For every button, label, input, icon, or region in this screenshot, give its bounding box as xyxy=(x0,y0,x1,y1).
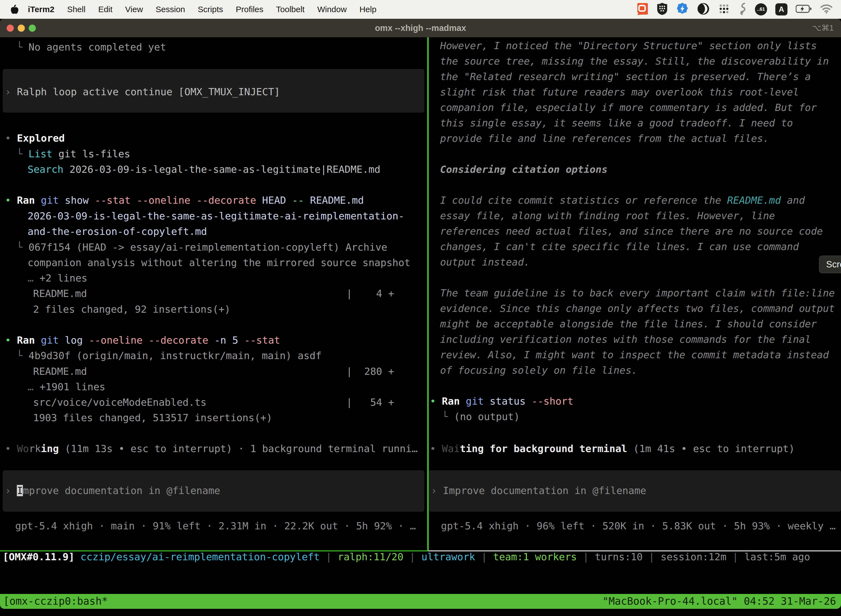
guideline-line-2: evidence. Since this change only affects… xyxy=(440,301,835,316)
text-segment[interactable]: › xyxy=(5,485,17,496)
guideline-line-1: The team guideline is to back every impo… xyxy=(440,286,835,300)
text-segment: • xyxy=(5,132,17,144)
menu-item-iterm2[interactable]: iTerm2 xyxy=(22,5,61,14)
text-segment: Ran xyxy=(17,195,35,206)
menu-item-edit[interactable]: Edit xyxy=(92,5,119,14)
reasoning-line-7: provide file and line references from th… xyxy=(440,131,769,146)
wifi-icon[interactable] xyxy=(820,4,833,15)
text-segment: git xyxy=(41,195,59,206)
text-segment: • xyxy=(430,443,442,454)
text-segment: -- xyxy=(292,195,304,206)
input-source-icon[interactable]: A xyxy=(775,3,787,15)
menu-item-window[interactable]: Window xyxy=(311,5,353,14)
text-segment: last:5m ago xyxy=(744,551,810,562)
diffstat-summary-line-2: 1903 files changed, 513517 insertions(+) xyxy=(33,411,273,425)
battery-icon[interactable] xyxy=(796,5,812,14)
screen-notification-tooltip[interactable]: Scre xyxy=(819,255,841,273)
model-status-left: gpt-5.4 xhigh · main · 91% left · 2.31M … xyxy=(15,519,416,533)
text-segment: gpt-5.4 xhigh · main · 91% left · 2.31M … xyxy=(15,520,416,532)
reasoning-line-1: However, I noticed the "Directory Struct… xyxy=(440,39,817,53)
kaleidoscope-icon[interactable] xyxy=(697,3,710,16)
text-segment: No agents completed yet xyxy=(28,41,166,53)
text-segment: … xyxy=(28,273,40,284)
text-segment xyxy=(143,334,149,346)
text-segment: +2 lines xyxy=(40,273,87,284)
text-segment: turns:10 xyxy=(595,551,643,562)
text-segment: • xyxy=(5,195,17,206)
menu-item-toolbelt[interactable]: Toolbelt xyxy=(270,5,311,14)
guideline-line-4: including verification notes with those … xyxy=(440,332,811,347)
text-segment: README.md xyxy=(33,288,87,299)
text-segment: status xyxy=(484,396,532,407)
text-segment[interactable]: I xyxy=(17,485,23,496)
tmux-status-bar: [omx-cczip0:bash* "MacBook-Pro-44.local"… xyxy=(0,594,841,609)
text-segment xyxy=(190,195,196,206)
text-segment: (1m 41s • esc to interrupt) xyxy=(633,443,795,454)
squiggle-icon[interactable] xyxy=(738,3,747,16)
text-segment: and-the-erosion-of-copyleft.md xyxy=(28,226,207,237)
text-segment: • xyxy=(5,443,17,454)
reasoning-line-6: this single essay, it seems like a good … xyxy=(440,116,793,130)
ralph-loop-injected-prompt[interactable]: › Ralph loop active continue [OMX_TMUX_I… xyxy=(5,85,280,99)
text-segment[interactable]: mprove documentation in @filename xyxy=(23,485,220,496)
menu-item-help[interactable]: Help xyxy=(353,5,383,14)
text-segment: companion analysis without altering the … xyxy=(28,257,410,268)
text-segment: README.md xyxy=(727,195,781,206)
text-segment: cczip/essay/ai-reimplementation-copyleft xyxy=(81,551,320,562)
text-segment: git xyxy=(466,396,484,407)
text-segment xyxy=(460,396,466,407)
menu-status-icons: ..61 A xyxy=(636,3,841,16)
text-segment: the "Related research writing" section i… xyxy=(440,71,811,82)
text-segment: [OMX#0.11.9] xyxy=(3,551,75,562)
omx-status-line: [OMX#0.11.9] cczip/essay/ai-reimplementa… xyxy=(3,550,810,564)
guideline-line-5: review. Also, I might want to inspect th… xyxy=(440,348,829,362)
text-segment: +1901 lines xyxy=(40,381,105,392)
menu-item-view[interactable]: View xyxy=(119,5,149,14)
text-segment: and xyxy=(781,195,805,206)
diffstat-voice-file-line: src/voice/voiceModeEnabled.ts xyxy=(33,395,207,409)
citation-line-5: output instead. xyxy=(440,255,530,269)
reasoning-line-5: companion file, especially if more comme… xyxy=(440,100,817,115)
text-segment: List xyxy=(28,148,53,160)
guideline-line-3: might be acceptable alongside the file l… xyxy=(440,317,817,331)
text-segment: Search xyxy=(28,164,63,175)
blue-badge-icon[interactable] xyxy=(676,3,689,16)
menu-item-scripts[interactable]: Scripts xyxy=(192,5,230,14)
text-segment: The team guideline is to back every impo… xyxy=(440,287,835,299)
text-segment: --oneline xyxy=(136,195,190,206)
shield-grid-icon[interactable] xyxy=(657,3,668,16)
text-segment: might be acceptable alongside the file l… xyxy=(440,318,817,330)
waiting-status-line: • Waiting for background terminal (1m 41… xyxy=(430,441,795,456)
countdown-badge-icon[interactable]: ..61 xyxy=(755,3,767,15)
text-segment: └ xyxy=(442,411,454,422)
menu-item-profiles[interactable]: Profiles xyxy=(229,5,270,14)
menu-item-shell[interactable]: Shell xyxy=(61,5,92,14)
chat-icon[interactable] xyxy=(636,3,648,16)
diffstat-readme-line: README.md xyxy=(33,286,87,301)
text-segment: • xyxy=(5,334,17,346)
text-segment: Wai xyxy=(442,443,460,454)
dots-grid-icon[interactable] xyxy=(718,3,730,16)
text-segment: --stat xyxy=(244,334,280,346)
text-segment: └ xyxy=(16,148,28,160)
text-segment[interactable]: Improve documentation in @filename xyxy=(443,485,646,496)
text-segment: --decorate xyxy=(148,334,208,346)
text-segment: rk xyxy=(29,443,41,454)
text-segment[interactable]: › xyxy=(431,485,443,496)
menu-item-session[interactable]: Session xyxy=(149,5,192,14)
prompt-input-right[interactable]: › Improve documentation in @filename xyxy=(431,484,646,498)
reasoning-line-3: the "Related research writing" section i… xyxy=(440,70,811,84)
text-segment: README.md xyxy=(33,366,87,377)
text-segment: 2026-03-09-is-legal-the-same-as-legitima… xyxy=(28,210,404,221)
window-title: omx --xhigh --madmax xyxy=(0,19,841,37)
text-segment: essay file, along with finding root file… xyxy=(440,210,775,221)
text-segment[interactable]: Ralph loop active continue [OMX_TMUX_INJ… xyxy=(17,86,280,97)
text-segment: ultrawork xyxy=(421,551,475,562)
text-segment[interactable]: › xyxy=(5,86,17,97)
apple-menu-icon[interactable] xyxy=(10,4,19,14)
text-segment: git xyxy=(41,334,59,346)
prompt-input-left[interactable]: › Improve documentation in @filename xyxy=(5,484,220,498)
text-segment xyxy=(35,195,41,206)
diffstat-summary-line: 2 files changed, 92 insertions(+) xyxy=(33,302,230,317)
pane-divider[interactable] xyxy=(427,37,429,550)
